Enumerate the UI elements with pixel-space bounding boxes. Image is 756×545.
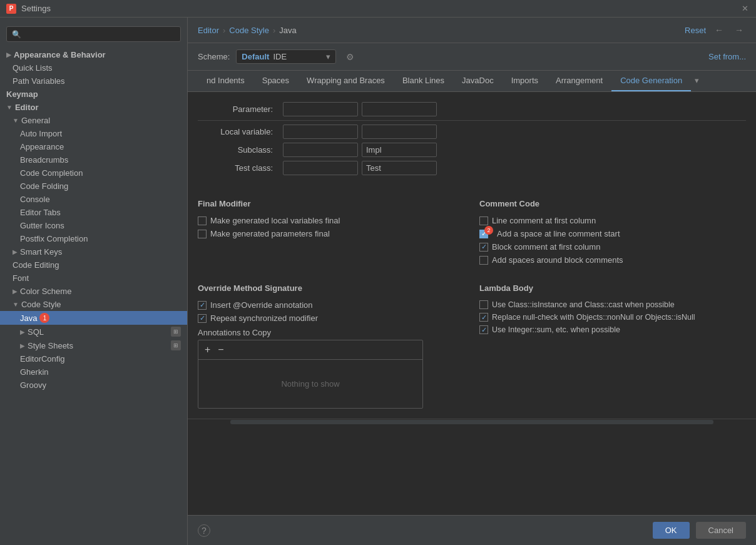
insert-override-checkbox[interactable] — [198, 301, 207, 310]
subclass-label: Subclass: — [198, 145, 273, 155]
back-button[interactable]: ← — [712, 24, 726, 36]
replace-null-check-checkbox[interactable] — [479, 313, 488, 322]
sidebar-item-label: Style Sheets — [28, 341, 73, 350]
line-comment-first-col-label[interactable]: Line comment at first column — [492, 216, 596, 225]
tab-imports[interactable]: Imports — [503, 71, 547, 91]
tab-more-button[interactable]: ▾ — [691, 71, 703, 91]
tab-indents[interactable]: nd Indents — [198, 71, 253, 91]
sidebar-item-keymap[interactable]: Keymap — [0, 88, 187, 101]
sidebar-item-editorconfig[interactable]: EditorConfig — [0, 352, 187, 365]
sidebar-item-appearance[interactable]: Appearance — [0, 140, 187, 153]
sidebar-item-quick-lists[interactable]: Quick Lists — [0, 61, 187, 74]
sidebar-item-editor-tabs[interactable]: Editor Tabs — [0, 206, 187, 219]
sidebar-item-color-scheme[interactable]: ▶ Color Scheme — [0, 285, 187, 298]
use-class-isinstance-label[interactable]: Use Class::isInstance and Class::cast wh… — [492, 300, 675, 309]
test-class-label: Test class: — [198, 163, 273, 173]
final-local-vars-label[interactable]: Make generated local variables final — [210, 216, 340, 225]
badge-2: 2 — [484, 226, 493, 235]
close-button[interactable]: ✕ — [740, 4, 750, 14]
chevron-icon: ▶ — [20, 342, 25, 349]
tab-blank-lines[interactable]: Blank Lines — [394, 71, 453, 91]
sidebar-item-label: Quick Lists — [13, 63, 53, 73]
gear-icon[interactable]: ⚙ — [346, 52, 354, 62]
set-from-button[interactable]: Set from... — [708, 52, 746, 61]
sidebar-item-auto-import[interactable]: Auto Import — [0, 127, 187, 140]
replace-null-check-label[interactable]: Replace null-check with Objects::nonNull… — [492, 313, 695, 322]
use-integer-sum-checkbox[interactable] — [479, 325, 488, 334]
tab-javadoc[interactable]: JavaDoc — [453, 71, 503, 91]
sidebar-item-appearance-behavior[interactable]: ▶ Appearance & Behavior — [0, 48, 187, 61]
sidebar-item-smart-keys[interactable]: ▶ Smart Keys — [0, 245, 187, 258]
search-input[interactable] — [25, 29, 175, 39]
cancel-button[interactable]: Cancel — [696, 522, 746, 539]
sidebar-item-label: Code Folding — [20, 181, 68, 191]
app-icon: P — [6, 4, 16, 14]
sidebar-item-path-variables[interactable]: Path Variables — [0, 74, 187, 88]
subclass-suffix-input[interactable] — [362, 143, 437, 157]
sidebar-item-label: Gherkin — [20, 367, 49, 377]
sidebar-item-groovy[interactable]: Groovy — [0, 379, 187, 392]
tab-wrapping[interactable]: Wrapping and Braces — [298, 71, 394, 91]
sidebar-item-font[interactable]: Font — [0, 272, 187, 285]
tab-spaces[interactable]: Spaces — [253, 71, 298, 91]
repeat-synchronized-label[interactable]: Repeat synchronized modifier — [210, 313, 318, 323]
sidebar-item-code-completion[interactable]: Code Completion — [0, 166, 187, 180]
final-modifier-row-1: Make generated parameters final — [198, 229, 464, 238]
line-comment-first-col-checkbox[interactable] — [479, 216, 488, 225]
sidebar-item-gherkin[interactable]: Gherkin — [0, 365, 187, 379]
block-comment-first-col-checkbox[interactable] — [479, 243, 488, 252]
use-class-isinstance-checkbox[interactable] — [479, 300, 488, 309]
sidebar-item-java[interactable]: Java 1 — [0, 311, 187, 325]
main-layout: 🔍 ▶ Appearance & Behavior Quick Lists Pa… — [0, 18, 756, 545]
help-button[interactable]: ? — [198, 524, 210, 537]
insert-override-label[interactable]: Insert @Override annotation — [210, 300, 313, 310]
sidebar-item-style-sheets[interactable]: ▶ Style Sheets ⊞ — [0, 339, 187, 352]
final-params-label[interactable]: Make generated parameters final — [210, 229, 330, 238]
remove-annotation-button[interactable]: − — [214, 343, 227, 357]
sidebar-item-editor[interactable]: ▼ Editor — [0, 101, 187, 114]
breadcrumb-editor[interactable]: Editor — [198, 26, 219, 35]
annotations-to-copy-label: Annotations to Copy — [198, 328, 464, 337]
subclass-prefix-input[interactable] — [283, 143, 358, 157]
tab-code-generation[interactable]: Code Generation — [611, 71, 691, 91]
sidebar-item-gutter-icons[interactable]: Gutter Icons — [0, 219, 187, 232]
horizontal-scrollbar[interactable] — [188, 419, 756, 425]
scheme-select[interactable]: Default IDE ▾ — [236, 49, 336, 64]
sidebar-item-breadcrumbs[interactable]: Breadcrumbs — [0, 153, 187, 166]
local-variable-prefix-input[interactable] — [283, 125, 358, 139]
reset-button[interactable]: Reset — [685, 26, 706, 35]
add-space-line-comment-label[interactable]: Add a space at line comment start — [497, 229, 620, 238]
forward-button[interactable]: → — [732, 24, 746, 36]
use-integer-sum-label[interactable]: Use Integer::sum, etc. when possible — [492, 325, 620, 334]
test-class-prefix-input[interactable] — [283, 161, 358, 175]
sidebar-item-label: EditorConfig — [20, 354, 65, 364]
sql-icon: ⊞ — [171, 327, 181, 337]
spaces-around-block-comments-label[interactable]: Add spaces around block comments — [492, 255, 623, 265]
spaces-around-block-comments-checkbox[interactable] — [479, 256, 488, 265]
final-params-checkbox[interactable] — [198, 230, 207, 238]
tab-arrangement[interactable]: Arrangement — [547, 71, 611, 91]
test-class-suffix-input[interactable] — [362, 161, 437, 175]
scheme-type: IDE — [273, 52, 287, 61]
sidebar-item-postfix-completion[interactable]: Postfix Completion — [0, 232, 187, 245]
lambda-row-0: Use Class::isInstance and Class::cast wh… — [479, 300, 746, 309]
window-title: Settings — [21, 4, 51, 13]
block-comment-first-col-label[interactable]: Block comment at first column — [492, 242, 600, 252]
local-variable-suffix-input[interactable] — [362, 125, 437, 139]
search-icon: 🔍 — [12, 30, 21, 39]
ok-button[interactable]: OK — [653, 522, 690, 539]
final-local-vars-checkbox[interactable] — [198, 216, 207, 225]
breadcrumb-code-style[interactable]: Code Style — [229, 26, 269, 35]
content-area: Editor › Code Style › Java Reset ← → Sch… — [188, 18, 756, 545]
final-modifier-section: Final Modifier Make generated local vari… — [198, 199, 464, 268]
sidebar-item-code-folding[interactable]: Code Folding — [0, 180, 187, 193]
sidebar-item-code-editing[interactable]: Code Editing — [0, 258, 187, 272]
sidebar-item-console[interactable]: Console — [0, 193, 187, 206]
parameter-suffix-input[interactable] — [362, 102, 437, 116]
sidebar-item-code-style[interactable]: ▼ Code Style — [0, 298, 187, 311]
sidebar-item-general[interactable]: ▼ General — [0, 114, 187, 127]
add-annotation-button[interactable]: + — [201, 343, 214, 357]
sidebar-item-sql[interactable]: ▶ SQL ⊞ — [0, 325, 187, 339]
repeat-synchronized-checkbox[interactable] — [198, 314, 207, 323]
parameter-prefix-input[interactable] — [283, 102, 358, 116]
